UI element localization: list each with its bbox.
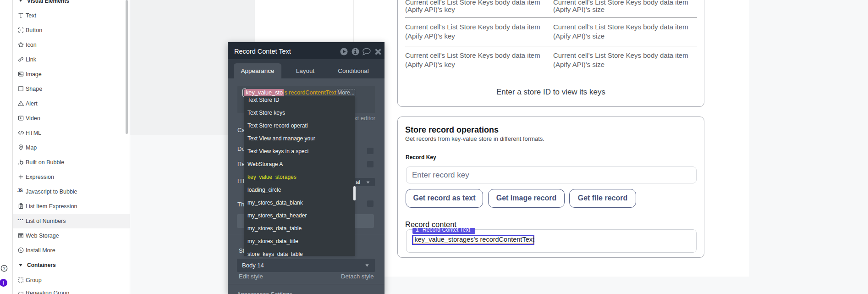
svg-text:?: ? [3, 266, 5, 271]
